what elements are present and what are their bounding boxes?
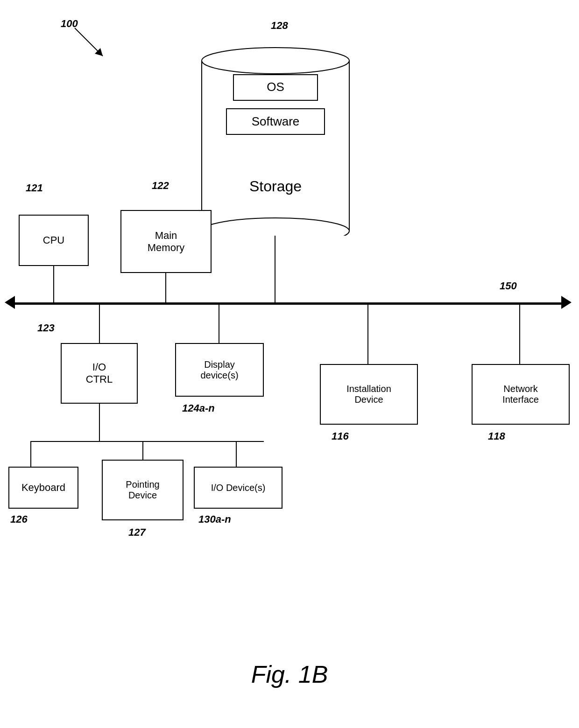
label-150: 150 <box>500 280 517 292</box>
line-keyboard-down <box>30 441 31 467</box>
line-network-bus <box>519 305 520 365</box>
storage-cylinder: OS Software Storage <box>201 35 350 236</box>
label-127: 127 <box>128 526 146 539</box>
line-iodevices-down <box>236 441 237 467</box>
diagram: 100 128 OS Software Storage CPU 121 Main… <box>0 0 579 728</box>
bus-arrow-right <box>561 296 572 309</box>
line-cpu-bus <box>53 266 54 302</box>
label-126: 126 <box>10 513 28 525</box>
main-memory-box: Main Memory <box>120 210 212 273</box>
label-118: 118 <box>488 430 505 442</box>
line-storage-bus <box>275 236 275 302</box>
io-ctrl-box: I/O CTRL <box>61 343 138 404</box>
svg-text:Software: Software <box>252 114 300 128</box>
arrow-100 <box>72 26 110 63</box>
svg-point-6 <box>202 48 349 74</box>
bus-arrow-left <box>5 296 15 309</box>
pointing-box: Pointing Device <box>102 460 184 520</box>
label-116: 116 <box>332 430 349 442</box>
bus-line <box>10 302 566 305</box>
svg-text:OS: OS <box>267 80 284 94</box>
line-ioctrl-down <box>99 404 100 441</box>
keyboard-box: Keyboard <box>8 467 78 509</box>
display-box: Display device(s) <box>175 343 264 397</box>
cpu-box: CPU <box>19 215 89 266</box>
line-installation-bus <box>367 305 368 365</box>
line-memory-bus <box>165 273 166 302</box>
label-122: 122 <box>152 180 169 192</box>
line-ioctrl-horizontal <box>30 441 264 442</box>
line-display-bus <box>219 305 219 343</box>
network-box: Network Interface <box>472 364 570 425</box>
label-130an: 130a-n <box>198 513 231 525</box>
label-128: 128 <box>271 20 288 32</box>
installation-box: Installation Device <box>320 364 418 425</box>
label-123: 123 <box>37 322 55 334</box>
figure-title: Fig. 1B <box>0 660 579 688</box>
label-124an: 124a-n <box>182 402 215 414</box>
label-121: 121 <box>26 182 43 194</box>
line-ioctrl-bus <box>99 305 100 343</box>
io-devices-box: I/O Device(s) <box>194 467 282 509</box>
svg-text:Storage: Storage <box>249 178 302 195</box>
